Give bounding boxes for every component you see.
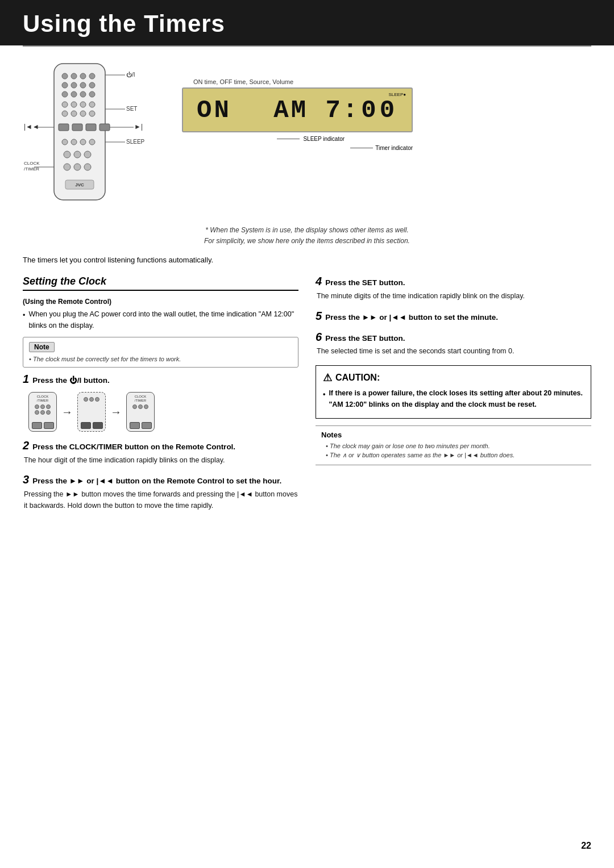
notes-item-1: • The clock may gain or lose one to two … — [321, 441, 586, 451]
display-on-text: ON — [197, 96, 231, 124]
svg-point-12 — [89, 91, 95, 97]
note-text: • The clock must be correctly set for th… — [29, 356, 292, 362]
subsection-label: (Using the Remote Control) — [23, 298, 298, 306]
svg-point-31 — [84, 151, 91, 158]
notes-item-2: • The ∧ or ∨ button operates same as the… — [321, 450, 586, 460]
svg-text:CLOCK: CLOCK — [24, 161, 40, 166]
two-column-layout: Setting the Clock (Using the Remote Cont… — [23, 276, 591, 519]
svg-text:SET: SET — [126, 106, 137, 112]
caution-text: • If there is a power failure, the clock… — [323, 387, 584, 410]
step1-remote-1: CLOCK/TIMER — [28, 392, 57, 432]
step1-remote-2 — [77, 392, 106, 432]
step-4: 4 Press the SET button. The minute digit… — [316, 276, 591, 302]
svg-text:SLEEP: SLEEP — [126, 139, 145, 145]
right-column: 4 Press the SET button. The minute digit… — [316, 276, 591, 519]
svg-text:⏻/I: ⏻/I — [126, 72, 135, 78]
step-6-body: The selected time is set and the seconds… — [316, 346, 591, 357]
arrow-2: → — [110, 406, 122, 419]
bullet-text-1: When you plug the AC power cord into the… — [28, 309, 298, 331]
svg-point-16 — [89, 102, 95, 107]
svg-rect-23 — [86, 124, 96, 131]
svg-point-4 — [89, 73, 95, 79]
step-5-heading: 5 Press the ►► or |◄◄ button to set the … — [316, 310, 591, 323]
svg-point-14 — [71, 102, 77, 107]
note-box: Note • The clock must be correctly set f… — [23, 337, 298, 368]
svg-point-1 — [62, 73, 68, 79]
caption-line2: For simplicity, we show here only the it… — [23, 236, 591, 247]
svg-rect-22 — [72, 124, 82, 131]
svg-rect-24 — [99, 124, 110, 131]
bullet-item-1: • When you plug the AC power cord into t… — [23, 309, 298, 331]
svg-rect-0 — [54, 64, 105, 200]
display-panel: ON AM 7 : 00 SLEEP● — [182, 87, 413, 132]
svg-point-34 — [84, 164, 91, 170]
page-number: 22 — [581, 841, 591, 851]
step-4-body: The minute digits of the time indication… — [316, 291, 591, 302]
step-2-heading: 2 Press the CLOCK/TIMER button on the Re… — [23, 440, 298, 453]
display-am-text: AM 7 — [273, 96, 343, 124]
display-colon: : — [343, 96, 361, 124]
svg-point-11 — [80, 91, 86, 97]
svg-point-10 — [71, 91, 77, 97]
display-label: ON time, OFF time, Source, Volume — [182, 78, 413, 85]
caution-body: If there is a power failure, the clock l… — [329, 387, 584, 410]
notes-box: Notes • The clock may gain or lose one t… — [316, 425, 591, 465]
step-6: 6 Press the SET button. The selected tim… — [316, 331, 591, 357]
svg-point-13 — [62, 102, 68, 107]
svg-point-9 — [62, 91, 68, 97]
svg-point-6 — [71, 82, 77, 88]
step-2-body: The hour digit of the time indication ra… — [23, 455, 298, 466]
caution-icon: ⚠ — [323, 372, 332, 384]
section-title: Setting the Clock — [23, 276, 298, 291]
svg-text:JVC: JVC — [75, 182, 84, 187]
svg-rect-21 — [59, 124, 69, 131]
intro-text: The timers let you control listening fun… — [23, 256, 591, 264]
step-3: 3 Press the ►► or |◄◄ button on the Remo… — [23, 474, 298, 511]
step-5-text: Press the ►► or |◄◄ button to set the mi… — [325, 312, 498, 323]
caption-line1: * When the System is in use, the display… — [23, 225, 591, 236]
svg-point-2 — [71, 73, 77, 79]
step-2: 2 Press the CLOCK/TIMER button on the Re… — [23, 440, 298, 466]
the-text: The — [330, 452, 341, 458]
step-4-heading: 4 Press the SET button. — [316, 276, 591, 289]
svg-point-3 — [80, 73, 86, 79]
step-6-heading: 6 Press the SET button. — [316, 331, 591, 344]
svg-point-25 — [62, 139, 68, 145]
diagram-caption: * When the System is in use, the display… — [23, 225, 591, 247]
display-sleep-small: SLEEP● — [388, 92, 406, 97]
bullet-dot-1: • — [23, 310, 25, 331]
diagram-area: JVC ⏻/I SET |◄◄ ►| SLEEP CLOC — [23, 58, 591, 217]
display-spacer — [231, 93, 273, 127]
step-2-text: Press the CLOCK/TIMER button on the Remo… — [32, 442, 235, 453]
page-header: Using the Timers — [0, 0, 614, 45]
svg-point-26 — [71, 139, 77, 145]
svg-text:►|: ►| — [134, 123, 143, 131]
left-column: Setting the Clock (Using the Remote Cont… — [23, 276, 298, 519]
svg-point-30 — [74, 151, 81, 158]
svg-point-5 — [62, 82, 68, 88]
arrow-1: → — [61, 406, 73, 419]
step-3-text: Press the ►► or |◄◄ button on the Remote… — [32, 476, 281, 487]
svg-point-20 — [89, 111, 95, 116]
remote-illustration: JVC ⏻/I SET |◄◄ ►| SLEEP CLOC — [23, 58, 148, 217]
step-4-text: Press the SET button. — [325, 278, 405, 289]
step-6-text: Press the SET button. — [325, 333, 405, 344]
caution-title: ⚠ CAUTION: — [323, 372, 584, 384]
step-3-body: Pressing the ►► button moves the time fo… — [23, 489, 298, 511]
sleep-indicator-label: SLEEP indicator — [303, 136, 345, 142]
svg-point-19 — [80, 111, 86, 116]
subsection-text: Using the Remote Control — [25, 298, 109, 306]
svg-point-28 — [89, 139, 95, 145]
svg-text:|◄◄: |◄◄ — [24, 123, 39, 131]
svg-point-8 — [89, 82, 95, 88]
notes-title: Notes — [321, 431, 586, 439]
svg-point-33 — [74, 164, 81, 170]
main-content: JVC ⏻/I SET |◄◄ ►| SLEEP CLOC — [0, 47, 614, 542]
svg-point-17 — [62, 111, 68, 116]
step-1-heading: 1 Press the ⏻/I button. — [23, 373, 298, 386]
svg-point-18 — [71, 111, 77, 116]
svg-text:/TIMER: /TIMER — [24, 166, 39, 172]
display-minutes: 00 — [361, 96, 398, 124]
svg-point-15 — [80, 102, 86, 107]
svg-point-29 — [64, 151, 70, 158]
